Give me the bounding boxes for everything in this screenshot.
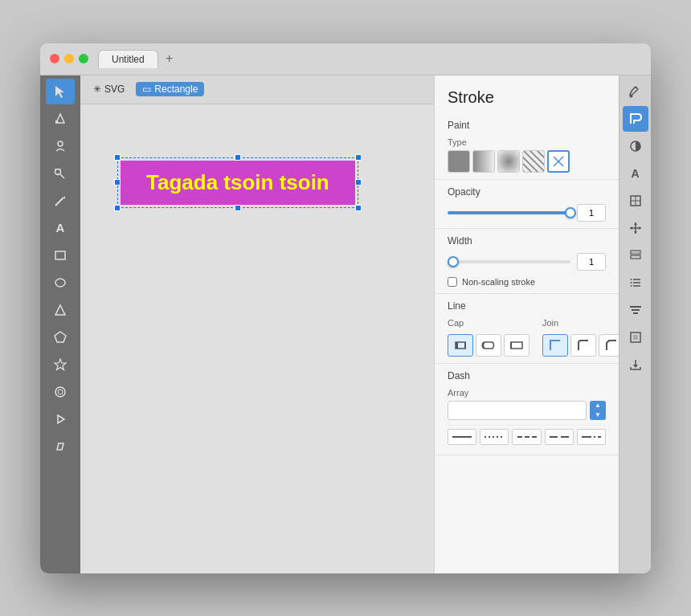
- zoom-tool[interactable]: [46, 161, 75, 186]
- main-area: A: [40, 75, 651, 573]
- dash-preset-dots[interactable]: [480, 429, 509, 445]
- rect-text: Tagada tsoin tsoin: [146, 170, 329, 195]
- paint-type-radial[interactable]: [497, 150, 520, 173]
- rt-font[interactable]: A: [623, 161, 648, 186]
- star-tool[interactable]: [46, 352, 75, 377]
- node-tool[interactable]: [46, 106, 75, 132]
- handle-br[interactable]: [355, 205, 362, 211]
- triangle-tool[interactable]: [46, 297, 75, 323]
- opacity-thumb[interactable]: [565, 207, 576, 218]
- dash-preset-longdash[interactable]: [545, 429, 574, 445]
- handle-mr[interactable]: [355, 179, 362, 186]
- pentagon-tool[interactable]: [46, 324, 75, 350]
- selected-element[interactable]: Tagada tsoin tsoin: [121, 161, 355, 205]
- width-thumb[interactable]: [448, 256, 459, 267]
- rt-contrast[interactable]: [623, 133, 648, 159]
- text-tool[interactable]: A: [46, 215, 75, 241]
- skew-tool[interactable]: [46, 434, 75, 459]
- svg-rect-27: [511, 342, 522, 349]
- spiral-tool[interactable]: [46, 379, 75, 405]
- cap-square[interactable]: [504, 334, 529, 357]
- paint-type-pattern[interactable]: [522, 150, 545, 173]
- cap-butt[interactable]: [448, 334, 473, 357]
- arrow-tool[interactable]: [46, 406, 75, 432]
- select-tool[interactable]: [46, 79, 75, 104]
- close-button[interactable]: [50, 54, 59, 63]
- svg-point-52: [630, 282, 632, 284]
- paint-type-solid[interactable]: [448, 150, 470, 173]
- panel-title: Stroke: [435, 75, 619, 113]
- right-toolbar: A: [619, 75, 651, 573]
- handle-tl[interactable]: [114, 154, 121, 161]
- svg-point-18: [58, 390, 63, 394]
- dash-preset-solid[interactable]: [448, 429, 476, 445]
- minimize-button[interactable]: [64, 54, 74, 63]
- rt-mask[interactable]: [623, 324, 648, 350]
- rt-layers[interactable]: [623, 243, 648, 268]
- non-scaling-checkbox[interactable]: [448, 277, 457, 287]
- maximize-button[interactable]: [79, 54, 88, 63]
- opacity-slider[interactable]: [448, 211, 570, 214]
- svg-point-6: [59, 169, 61, 170]
- dash-array-input[interactable]: [448, 401, 587, 420]
- rt-transform[interactable]: [623, 188, 648, 214]
- opacity-slider-row: [448, 204, 606, 222]
- svg-marker-14: [55, 305, 65, 315]
- width-slider-row: [448, 253, 606, 271]
- join-round[interactable]: [570, 334, 596, 357]
- rect-element[interactable]: Tagada tsoin tsoin: [121, 161, 355, 205]
- app-window: Untitled +: [40, 43, 651, 573]
- rt-export[interactable]: [623, 352, 648, 377]
- join-miter[interactable]: [542, 334, 568, 357]
- svg-rect-47: [632, 252, 639, 254]
- rect-tool[interactable]: [46, 243, 75, 268]
- cap-round[interactable]: [476, 334, 501, 357]
- opacity-value-input[interactable]: [577, 204, 606, 222]
- rt-move[interactable]: [623, 215, 648, 241]
- paint-type-linear[interactable]: [472, 150, 495, 173]
- dash-preset-dotdash[interactable]: [577, 429, 606, 445]
- dash-spinner-up[interactable]: ▲: [590, 401, 606, 410]
- person-tool[interactable]: [46, 133, 75, 159]
- canvas[interactable]: Tagada tsoin tsoin: [80, 104, 434, 573]
- join-bevel[interactable]: [599, 334, 619, 357]
- tab-untitled[interactable]: Untitled: [98, 50, 158, 68]
- handle-tm[interactable]: [235, 154, 241, 161]
- svg-marker-10: [63, 196, 65, 199]
- non-scaling-label: Non-scaling stroke: [462, 277, 535, 287]
- dash-spinner-down[interactable]: ▼: [590, 410, 606, 420]
- pencil-tool[interactable]: [46, 188, 75, 214]
- breadcrumb-rect-label: Rectangle: [154, 84, 198, 95]
- rt-stroke[interactable]: [623, 106, 648, 132]
- handle-tr[interactable]: [355, 154, 362, 161]
- line-label: Line: [448, 300, 606, 312]
- handle-ml[interactable]: [114, 179, 121, 186]
- rt-list[interactable]: [623, 270, 648, 296]
- svg-point-51: [630, 279, 632, 280]
- right-panel: Stroke Paint Type Opacity: [434, 75, 619, 573]
- svg-marker-44: [639, 226, 641, 230]
- svg-rect-26: [485, 342, 493, 349]
- paint-type-stroke[interactable]: [547, 150, 570, 173]
- dash-presets: [448, 425, 606, 448]
- array-label: Array: [448, 388, 606, 398]
- opacity-fill: [448, 211, 570, 214]
- breadcrumb-svg[interactable]: ✳ SVG: [87, 82, 131, 96]
- svg-rect-55: [632, 309, 640, 311]
- handle-bl[interactable]: [114, 205, 121, 211]
- handle-bm[interactable]: [235, 205, 241, 211]
- dash-preset-dash[interactable]: [512, 429, 541, 445]
- breadcrumb-rectangle[interactable]: ▭ Rectangle: [136, 82, 204, 96]
- titlebar: Untitled +: [40, 43, 651, 75]
- tab-label: Untitled: [112, 54, 145, 65]
- line-section: Line Cap: [435, 294, 619, 364]
- svg-marker-19: [58, 415, 64, 423]
- width-slider[interactable]: [448, 260, 570, 263]
- rt-align[interactable]: [623, 297, 648, 323]
- svg-rect-56: [633, 312, 638, 314]
- svg-marker-20: [57, 443, 63, 450]
- ellipse-tool[interactable]: [46, 270, 75, 296]
- width-value-input[interactable]: [577, 253, 606, 271]
- new-tab-button[interactable]: +: [162, 51, 178, 67]
- rt-paint[interactable]: [623, 79, 648, 104]
